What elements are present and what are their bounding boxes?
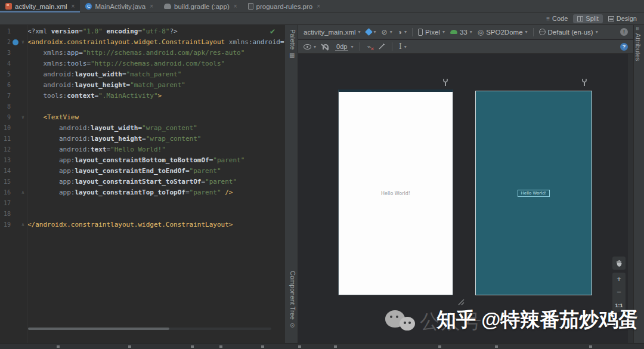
code-text: android:layout_width="wrap_content" bbox=[27, 123, 197, 134]
close-icon[interactable]: × bbox=[317, 3, 320, 10]
toolbar-divider bbox=[533, 28, 534, 36]
fold-marker[interactable]: ∧ bbox=[18, 220, 27, 230]
theme-selector[interactable]: ◎ SPO2Dome ▾ bbox=[478, 28, 528, 36]
taskbar-icon-fragment bbox=[261, 345, 264, 348]
right-tool-stripe bbox=[633, 25, 644, 343]
issues-badge[interactable]: ! bbox=[620, 28, 628, 36]
view-mode-code[interactable]: ≡ Code bbox=[542, 14, 572, 23]
editor-tab[interactable]: build.gradle (:app)× bbox=[159, 0, 243, 13]
editor-tab[interactable]: MainActivity.java× bbox=[80, 0, 159, 13]
code-line[interactable]: 16∧ app:layout_constraintTop_toTopOf="pa… bbox=[0, 187, 285, 198]
close-icon[interactable]: × bbox=[234, 3, 237, 10]
code-line[interactable]: 6 android:layout_height="match_parent" bbox=[0, 80, 285, 91]
wrench-icon[interactable] bbox=[581, 78, 588, 87]
inspection-status-icon[interactable]: ✔ bbox=[270, 27, 275, 36]
code-line[interactable]: 14 app:layout_constraintEnd_toEndOf="par… bbox=[0, 166, 285, 177]
fold-marker[interactable]: ∨ bbox=[18, 112, 27, 123]
night-mode-selector[interactable]: ⊘ ▾ bbox=[382, 28, 392, 36]
component-tree-panel-tab[interactable]: Component Tree ⊙ bbox=[289, 271, 296, 328]
magic-wand-icon bbox=[377, 43, 385, 51]
zoom-out-button[interactable]: − bbox=[612, 286, 626, 299]
ui-mode-selector[interactable]: ◑ ▾ bbox=[398, 28, 407, 36]
hello-world-blueprint-box[interactable]: Hello World! bbox=[518, 190, 550, 197]
code-line[interactable]: 8 bbox=[0, 101, 285, 112]
fold-marker bbox=[18, 155, 27, 166]
view-options-button[interactable]: ▾ bbox=[304, 44, 316, 50]
code-line[interactable]: 3 xmlns:app="http://schemas.android.com/… bbox=[0, 48, 285, 58]
autoconnect-toggle[interactable] bbox=[323, 44, 329, 50]
api-level-value: 33 bbox=[460, 29, 467, 36]
layout-file-selector[interactable]: activity_main.xml ▾ bbox=[304, 29, 361, 36]
clear-constraints-button[interactable]: ⌁ bbox=[367, 43, 371, 51]
default-margin-selector[interactable]: 0dp ▾ bbox=[335, 43, 353, 51]
code-text: app:layout_constraintEnd_toEndOf="parent… bbox=[27, 166, 221, 177]
design-mode-icon bbox=[608, 16, 614, 21]
close-icon[interactable]: × bbox=[72, 3, 75, 10]
fold-marker bbox=[18, 69, 27, 80]
fold-marker bbox=[18, 26, 27, 37]
editor-tab[interactable]: proguard-rules.pro× bbox=[243, 0, 326, 13]
locale-selector[interactable]: Default (en-us) ▾ bbox=[539, 29, 598, 36]
pan-tool-button[interactable] bbox=[612, 257, 626, 270]
chevron-down-icon: ▾ bbox=[525, 29, 528, 35]
split-mode-icon bbox=[577, 16, 583, 21]
code-line[interactable]: 12 android:text="Hello World!" bbox=[0, 144, 285, 155]
code-line[interactable]: 5 android:layout_width="match_parent" bbox=[0, 69, 285, 80]
code-line[interactable]: 2∨<androidx.constraintlayout.widget.Cons… bbox=[0, 37, 285, 48]
design-preview-device[interactable]: Hello World! bbox=[338, 89, 453, 295]
code-lines: 1<?xml version="1.0" encoding="utf-8"?>2… bbox=[0, 25, 285, 230]
code-text: <androidx.constraintlayout.widget.Constr… bbox=[27, 37, 285, 48]
fold-marker bbox=[18, 48, 27, 58]
line-number: 14 bbox=[0, 166, 11, 177]
device-selector[interactable]: Pixel ▾ bbox=[418, 29, 445, 36]
code-line[interactable]: 18 bbox=[0, 209, 285, 220]
view-mode-design-label: Design bbox=[617, 15, 637, 22]
chevron-down-icon: ▾ bbox=[390, 29, 392, 35]
attributes-icon: ≡ bbox=[635, 27, 642, 30]
hello-world-text[interactable]: Hello World! bbox=[381, 191, 410, 196]
horizontal-scrollbar[interactable] bbox=[28, 328, 169, 330]
code-line[interactable]: 1<?xml version="1.0" encoding="utf-8"?> bbox=[0, 26, 285, 37]
view-mode-design[interactable]: Design bbox=[604, 14, 641, 23]
code-line[interactable]: 15 app:layout_constraintStart_toStartOf=… bbox=[0, 177, 285, 187]
code-line[interactable]: 13 app:layout_constraintBottom_toBottomO… bbox=[0, 155, 285, 166]
layout-xml-file-icon bbox=[5, 3, 12, 10]
java-class-icon bbox=[85, 3, 92, 10]
code-line[interactable]: 17 bbox=[0, 198, 285, 209]
design-surface-selector[interactable]: ▾ bbox=[366, 29, 376, 35]
line-number: 5 bbox=[0, 69, 11, 80]
fold-marker bbox=[18, 123, 27, 134]
constraintlayout-component-icon[interactable] bbox=[13, 39, 18, 45]
wrench-icon[interactable] bbox=[442, 78, 449, 87]
cursor-tool-selector[interactable]: I ▾ bbox=[399, 42, 407, 51]
code-text: android:layout_width="match_parent" bbox=[27, 69, 181, 80]
code-text: app:layout_constraintStart_toStartOf="pa… bbox=[27, 177, 237, 187]
chevron-down-icon: ▾ bbox=[404, 44, 407, 50]
code-editor[interactable]: 1<?xml version="1.0" encoding="utf-8"?>2… bbox=[0, 25, 285, 343]
blueprint-preview-device[interactable]: Hello World! bbox=[475, 91, 592, 295]
infer-constraints-button[interactable] bbox=[377, 43, 385, 51]
fold-marker[interactable]: ∨ bbox=[18, 37, 27, 48]
attributes-panel-tab[interactable]: ≡ Attributes bbox=[634, 27, 642, 61]
line-number: 4 bbox=[0, 58, 11, 69]
fold-marker[interactable]: ∧ bbox=[18, 187, 27, 198]
line-number: 9 bbox=[0, 112, 11, 123]
code-line[interactable]: 7 tools:context=".MainActivity"> bbox=[0, 91, 285, 101]
code-line[interactable]: 9∨ <TextView bbox=[0, 112, 285, 123]
code-line[interactable]: 10 android:layout_width="wrap_content" bbox=[0, 123, 285, 134]
view-mode-split[interactable]: Split bbox=[573, 14, 602, 23]
editor-tab[interactable]: activity_main.xml× bbox=[0, 0, 80, 13]
design-scrollbar-track[interactable] bbox=[628, 54, 633, 343]
palette-panel-tab[interactable]: Palette ▦ bbox=[289, 29, 296, 58]
help-badge[interactable]: ? bbox=[620, 43, 628, 51]
status-bar bbox=[0, 343, 644, 349]
zoom-in-button[interactable]: + bbox=[612, 273, 626, 286]
editor-mode-bar: ≡ Code Split Design bbox=[0, 13, 644, 25]
margin-value: 0dp bbox=[335, 43, 348, 51]
locale-value: Default (en-us) bbox=[548, 29, 593, 36]
code-line[interactable]: 4 xmlns:tools="http://schemas.android.co… bbox=[0, 58, 285, 69]
api-level-selector[interactable]: 33 ▾ bbox=[450, 29, 472, 36]
code-line[interactable]: 11 android:layout_height="wrap_content" bbox=[0, 134, 285, 144]
close-icon[interactable]: × bbox=[150, 3, 153, 10]
code-line[interactable]: 19∧</androidx.constraintlayout.widget.Co… bbox=[0, 220, 285, 230]
